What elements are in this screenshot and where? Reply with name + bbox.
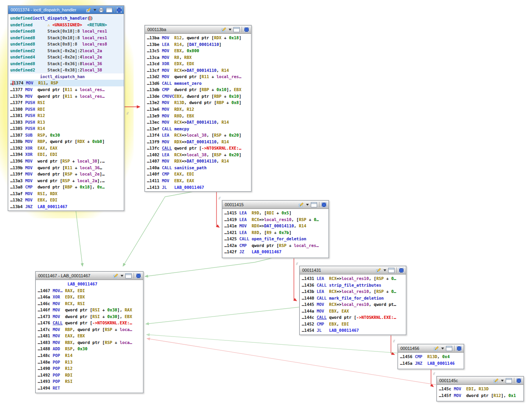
code-row[interactable]: …1392 XOR EAX, EAX: [10, 145, 124, 152]
screenshot-icon[interactable]: [98, 7, 104, 13]
code-row[interactable]: …13fc CALL qword ptr [->NTOSKRNL.EXE:…: [147, 145, 251, 152]
maximize-icon[interactable]: [388, 268, 394, 273]
code-row[interactable]: …147c MOV RBP, qword ptr [RSP + loca…: [38, 326, 143, 333]
code-row[interactable]: LAB_00011467: [38, 281, 143, 287]
code-row[interactable]: …142a CMP qword ptr [RSP + local_res…: [224, 242, 328, 249]
paint-brush-icon[interactable]: [299, 202, 304, 207]
paint-brush-icon[interactable]: [493, 378, 499, 383]
code-row[interactable]: …1436 CALL strip_file_attributes: [302, 282, 406, 289]
dropdown-caret-icon[interactable]: [121, 275, 123, 277]
code-row[interactable]: …145a JNZ LAB_0001146: [400, 360, 464, 367]
paint-brush-icon[interactable]: [376, 267, 382, 273]
code-row[interactable]: …1490 POP R12: [38, 365, 143, 372]
block-header[interactable]: 00011467 - LAB_00011467: [36, 272, 143, 280]
code-row[interactable]: …1421 LEA R8D, [R9 + 0x7b]: [224, 229, 328, 236]
code-row[interactable]: undefined2 Stack[-0x38]:2local_38: [10, 67, 124, 73]
code-row[interactable]: …13de CMOVCEBX, dword ptr [RBP + 0x10]: [147, 93, 251, 100]
code-row[interactable]: undefined8 Stack[-0x36]:8local_36: [10, 60, 124, 67]
code-row[interactable]: …13d2 MOV qword ptr [R11 + local_res…: [147, 73, 251, 80]
paint-brush-icon[interactable]: [221, 27, 227, 32]
code-row[interactable]: …13a3 MOV word ptr [RSP + local_2a],…: [10, 177, 124, 184]
selection-icon[interactable]: [117, 7, 122, 13]
dropdown-caret-icon[interactable]: [501, 380, 504, 382]
block-header[interactable]: 0001145c: [437, 377, 523, 385]
maximize-icon[interactable]: [233, 27, 240, 32]
code-row[interactable]: …1454 JL LAB_00011467: [302, 327, 406, 334]
paint-brush-icon[interactable]: [113, 273, 119, 278]
code-row[interactable]: …1473 MOV dword ptr [RSI + 0x30], EBX: [38, 313, 143, 320]
code-row[interactable]: …140f CMP EAX, EDI: [147, 171, 251, 177]
selection-icon[interactable]: [516, 378, 521, 383]
selection-icon[interactable]: [399, 268, 404, 273]
code-row[interactable]: …1374 MOV R11, RSP: [10, 80, 124, 86]
block-header[interactable]: 00011374 - ioctl_dispatch_handler: [8, 6, 124, 14]
function-graph-viewport[interactable]: ififififif 00011374 - ioctl_dispatch_han…: [0, 0, 532, 408]
code-row[interactable]: …1394 XOR EDI, EDI: [10, 151, 124, 158]
graph-block-00011374[interactable]: 00011374 - ioctl_dispatch_handlerundefin…: [8, 5, 124, 211]
code-row[interactable]: …139f MOV dword ptr [RSP + local_2e]…: [10, 171, 124, 177]
code-row[interactable]: …1456 CMP R13D, 0x4: [400, 353, 464, 360]
code-row[interactable]: …1381 PUSH R12: [10, 112, 124, 119]
code-row[interactable]: …1407 MOV RDX=>DAT_00014110, R14: [147, 158, 251, 165]
code-row[interactable]: …1419 LEA RCX=>local_res10, [RSP + 0…: [224, 216, 328, 223]
code-row[interactable]: …13ec MOV RCX=>DAT_00014110, R14: [147, 119, 251, 126]
code-row[interactable]: …1377 MOV qword ptr [R11 + local_res…: [10, 86, 124, 93]
code-row[interactable]: …144a MOV EBX, EAX: [302, 308, 406, 315]
code-row[interactable]: …1425 CALL open_file_for_deletion: [224, 236, 328, 242]
code-row[interactable]: …13db CMP dword ptr [RBP + 0x10], EBX: [147, 86, 251, 93]
code-row[interactable]: …1481 MOV EAX, EBX: [38, 333, 143, 339]
block-header[interactable]: 00011456: [398, 344, 464, 353]
code-row[interactable]: …1440 CALL mark_file_for_deletion: [302, 295, 406, 302]
selection-icon[interactable]: [321, 202, 327, 207]
graph-block-00011467[interactable]: 00011467 - LAB_00011467 LAB_00011467…146…: [35, 271, 143, 393]
code-row[interactable]: …13af MOV RSI, RDX: [10, 190, 124, 197]
code-row[interactable]: …1431 LEA RCX=>local_res10, [RSP + 0…: [302, 275, 406, 282]
block-header[interactable]: 000113ba: [145, 26, 251, 34]
code-row[interactable]: …13be LEA R14, [DAT_00014110]: [147, 41, 251, 48]
code-row[interactable]: …144c CALL qword ptr [->NTOSKRNL.EXE:…: [302, 314, 406, 321]
graph-block-000113ba[interactable]: 000113ba…13ba MOV R12, qword ptr [RDX + …: [145, 25, 251, 192]
paint-brush-icon[interactable]: [86, 7, 92, 13]
code-row[interactable]: undefined ⚠ <UNASSIGNED> <RETURN>: [10, 22, 124, 28]
code-row[interactable]: …1415 LEA R9D, [RDI + 0x5]: [224, 210, 328, 216]
code-row[interactable]: undefined8 Stack[0x18]:8 local_res1: [10, 28, 124, 35]
maximize-icon[interactable]: [106, 7, 112, 13]
code-row[interactable]: …1476 CALL qword ptr [->NTOSKRNL.EXE:…: [38, 320, 143, 326]
selection-icon[interactable]: [136, 273, 141, 278]
code-row[interactable]: …1492 POP RDI: [38, 372, 143, 379]
code-row[interactable]: …140a CALL sanitise_path: [147, 165, 251, 171]
code-row[interactable]: …13ca MOV R8, RBX: [147, 54, 251, 61]
code-row[interactable]: …13f9 MOV RDX=>DAT_00014110, R14: [147, 139, 251, 145]
code-row[interactable]: …1385 PUSH R14: [10, 125, 124, 132]
dropdown-caret-icon[interactable]: [94, 9, 96, 11]
code-row[interactable]: …1387 SUB RSP, 0x30: [10, 132, 124, 139]
graph-block-00011456[interactable]: 00011456…1456 CMP R13D, 0x4…145a JNZ LAB…: [398, 344, 464, 369]
code-row[interactable]: …139b MOV qword ptr [R11 + local_36…: [10, 165, 124, 171]
code-row[interactable]: …145c MOV EDI, R13D: [439, 386, 523, 392]
code-row[interactable]: …1452 CMP EBX, EDI: [302, 321, 406, 327]
graph-block-0001145c[interactable]: 0001145c…145c MOV EDI, R13D…145f MOV dwo…: [437, 376, 524, 401]
code-row[interactable]: …137b MOV qword ptr [R11 + local_res…: [10, 93, 124, 100]
code-row[interactable]: …1445 MOV RCX=>local_res10, qword pt…: [302, 301, 406, 308]
code-row[interactable]: …13e2 MOV R13D, dword ptr [RBP + 0x8]: [147, 99, 251, 106]
block-header[interactable]: 00011415: [222, 201, 328, 209]
block-header[interactable]: 00011431: [300, 266, 406, 274]
code-row[interactable]: …146a XOR EDX, EDX: [38, 294, 143, 300]
code-row[interactable]: …1467 MOV… RAX, EDI: [38, 287, 143, 294]
code-row[interactable]: …137f PUSH RSI: [10, 99, 124, 106]
code-row[interactable]: …1411 MOV EBX, EAX: [147, 177, 251, 184]
maximize-icon[interactable]: [125, 273, 132, 278]
graph-block-00011431[interactable]: 00011431…1431 LEA RCX=>local_res10, [RSP…: [299, 266, 406, 335]
code-row[interactable]: …13b2 MOV EBX, EDI: [10, 197, 124, 203]
code-row[interactable]: …1413 JL LAB_00011467: [147, 184, 251, 191]
code-row[interactable]: …13ba MOV R12, qword ptr [RDX + 0x18]: [147, 35, 251, 41]
code-row[interactable]: …145f MOV dword ptr [R12], 0x1: [439, 392, 523, 399]
maximize-icon[interactable]: [446, 346, 452, 351]
code-row[interactable]: …1380 PUSH RDI: [10, 106, 124, 113]
code-row[interactable]: …138b MOV RBP, qword ptr [RDX + 0xb8]: [10, 138, 124, 145]
code-row[interactable]: …13a8 CMP dword ptr [RBP + 0x18], 0x…: [10, 184, 124, 190]
code-row[interactable]: …13c5 MOV EBX, 0x800: [147, 48, 251, 54]
code-row[interactable]: …146c MOV RCX, RSI: [38, 300, 143, 307]
dropdown-caret-icon[interactable]: [441, 348, 444, 349]
code-row[interactable]: …13d6 CALL memset_zero: [147, 80, 251, 87]
